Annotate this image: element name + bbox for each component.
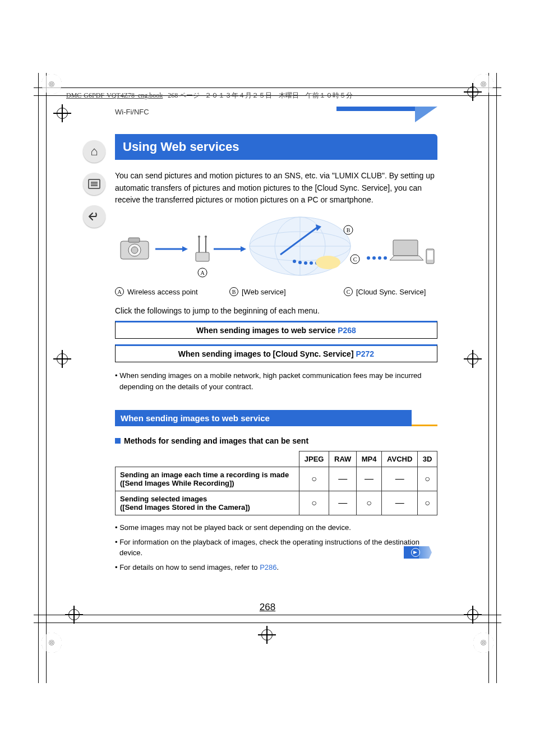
table-header: 3D [418, 451, 437, 467]
label-c-letter: C [344, 287, 353, 296]
row-label: Sending an image each time a recording i… [116, 467, 299, 491]
table-header: JPEG [299, 451, 329, 467]
jump-link-text: When sending images to [Cloud Sync. Serv… [178, 349, 354, 358]
svg-rect-10 [196, 252, 209, 261]
label-b-letter: B [229, 287, 238, 296]
back-icon[interactable] [83, 205, 105, 228]
svg-rect-5 [128, 238, 140, 242]
svg-rect-38 [393, 240, 418, 256]
cell: — [357, 467, 382, 491]
table-row: Sending an image each time a recording i… [116, 467, 437, 491]
note-link-page[interactable]: P286 [260, 563, 276, 571]
jump-link-text: When sending images to web service [196, 326, 335, 335]
subheading-web-service: When sending images to web service [115, 410, 412, 426]
registration-mark [41, 74, 62, 94]
svg-point-35 [372, 256, 376, 260]
table-header: MP4 [357, 451, 382, 467]
cell: ○ [418, 467, 437, 491]
diagram-labels: A Wireless access point B [Web service] … [115, 287, 437, 296]
note-item: Some images may not be played back or se… [115, 522, 437, 533]
cell: ○ [299, 491, 329, 515]
continue-arrow-icon[interactable] [404, 546, 432, 559]
registration-mark [473, 633, 494, 653]
page-content: Wi-Fi/NFC Using Web services You can sen… [115, 108, 437, 573]
intro-text: You can send pictures and motion picture… [115, 170, 437, 206]
home-icon[interactable]: ⌂ [83, 140, 105, 163]
header-date: ２０１３年４月２５日 木曜日 午前１０時５分 [205, 91, 353, 99]
print-header-strip: DMC-G6PDF-VQT4Z78_eng.book 268 ページ ２０１３年… [66, 91, 469, 100]
jump-link-cloud-sync[interactable]: When sending images to [Cloud Sync. Serv… [115, 344, 437, 362]
note-mobile-network: When sending images on a mobile network,… [115, 370, 437, 392]
formats-table: JPEG RAW MP4 AVCHD 3D Sending an image e… [115, 451, 437, 515]
svg-point-36 [378, 256, 381, 260]
table-header: RAW [329, 451, 357, 467]
svg-point-29 [316, 256, 340, 269]
svg-marker-16 [241, 246, 246, 252]
contents-icon[interactable] [83, 173, 105, 195]
click-instruction: Click the followings to jump to the begi… [115, 306, 437, 315]
svg-text:C: C [353, 256, 357, 262]
header-filename: DMC-G6PDF-VQT4Z78_eng.book [66, 91, 163, 99]
svg-text:B: B [347, 227, 350, 233]
label-c-text: [Cloud Sync. Service] [356, 288, 426, 296]
svg-point-13 [198, 236, 200, 238]
svg-point-37 [384, 256, 387, 260]
note-prefix: For details on how to send images, refer… [119, 563, 260, 571]
sidebar-icons: ⌂ [83, 140, 105, 228]
svg-point-14 [205, 236, 207, 238]
svg-point-27 [310, 261, 313, 265]
label-a-letter: A [115, 287, 124, 296]
svg-point-24 [293, 260, 296, 263]
table-header: AVCHD [382, 451, 418, 467]
header-page-word: 268 ページ [168, 91, 200, 99]
crosshair-mark [464, 350, 482, 368]
svg-marker-39 [390, 256, 423, 260]
table-row: Sending selected images ([Send Images St… [116, 491, 437, 515]
cell: ○ [357, 491, 382, 515]
note-suffix: . [277, 563, 279, 571]
crosshair-mark [258, 626, 276, 644]
svg-text:A: A [200, 270, 205, 276]
svg-point-25 [298, 261, 302, 264]
svg-point-34 [367, 256, 370, 260]
registration-mark [41, 633, 62, 653]
notes-block: Some images may not be played back or se… [115, 522, 437, 573]
note-item: For information on the playback of image… [115, 537, 437, 559]
page-title: Using Web services [115, 134, 437, 160]
cell: — [382, 467, 418, 491]
svg-point-7 [131, 247, 138, 253]
cell: ○ [418, 491, 437, 515]
svg-rect-41 [427, 251, 433, 260]
methods-heading: Methods for sending and images that can … [115, 436, 437, 445]
cell: ○ [299, 467, 329, 491]
label-a-text: Wireless access point [127, 288, 198, 296]
row-label: Sending selected images ([Send Images St… [116, 491, 299, 515]
square-bullet-icon [115, 438, 121, 444]
jump-link-page: P272 [356, 349, 374, 358]
cell: — [382, 491, 418, 515]
cell: — [329, 491, 357, 515]
jump-link-page: P268 [338, 326, 356, 335]
jump-link-web-service[interactable]: When sending images to web service P268 [115, 321, 437, 339]
svg-point-26 [304, 261, 307, 265]
note-item: For details on how to send images, refer… [115, 562, 437, 573]
page-number: 268 [0, 602, 535, 613]
crosshair-mark [53, 350, 71, 368]
crosshair-mark [53, 104, 71, 122]
cell: — [329, 467, 357, 491]
network-diagram: B C A [115, 215, 437, 283]
label-b-text: [Web service] [242, 288, 286, 296]
svg-marker-9 [182, 246, 188, 252]
page-corner-fold [336, 107, 437, 125]
